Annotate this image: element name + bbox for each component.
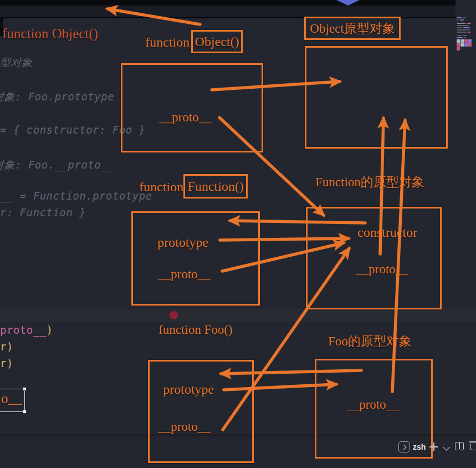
minimap-block [468,43,472,47]
minimap-row [457,25,475,26]
foo-function-prototype-field: prototype [163,382,214,397]
minimap-block [460,39,464,43]
selection-handle-top-right[interactable] [23,387,27,391]
minimap-code-segment [457,17,462,18]
minimap-code-segment [463,27,470,28]
minimap[interactable] [457,17,475,54]
box-object-prototype-title: Object原型对象 [304,17,401,40]
minimap-code-segment [457,37,463,38]
editor-comment-line: 型对象 [0,55,33,70]
minimap-block [468,39,472,43]
box-foo-function: prototype __proto__ [148,360,254,463]
code-token: proto__ [0,324,47,336]
minimap-row [457,37,475,38]
label-function-function-prefix: function [139,180,183,195]
box-object-constructor-label: Object() [191,30,243,53]
minimap-code-segment [457,25,469,26]
vscode-screen: 型对象对象: Foo.prototype= { constructor: Foo… [0,0,476,468]
minimap-code-segment [464,37,466,38]
editor-code-line: r) [0,340,13,353]
code-token: ) [47,324,53,336]
minimap-code-segment [463,35,467,36]
code-token: r [0,340,7,353]
minimap-code-segment [467,23,471,24]
label-function-object-prefix: function [145,35,190,50]
minimap-code-segment [468,32,470,33]
minimap-row [457,23,475,24]
minimap-code-segment [457,29,470,30]
label-foo-prototype-title: Foo的原型对象 [328,333,412,350]
label-function-foo: function Foo() [158,323,233,337]
editor-comment-line: 对象: Foo.__proto__ [0,158,114,172]
minimap-code-segment [457,19,459,21]
editor-code-line: r) [0,357,13,369]
minimap-block [457,43,460,47]
minimap-row [457,27,475,28]
minimap-code-segment [463,17,465,18]
editor-comment-line: __ = Function.prototype [0,190,152,202]
terminal-shell-tab[interactable]: zsh [413,442,426,451]
function-function-prototype-field: prototype [157,235,208,250]
foo-prototype-proto-field: __proto__ [346,398,399,412]
function-function-proto-field: __proto__ [158,267,211,282]
window-top-bar [0,0,455,6]
minimap-block [464,39,468,43]
minimap-block [460,43,464,47]
code-token: ) [7,357,13,369]
box-object-prototype [305,46,448,149]
object-function-proto-field: __proto__ [159,110,212,125]
label-function-object-left: function Object() [2,26,98,42]
code-token: r [0,357,7,369]
minimap-code-segment [457,32,467,33]
minimap-block [457,39,460,43]
minimap-block [464,43,468,47]
kill-terminal-trash-icon[interactable] [470,444,476,450]
minimap-row [457,19,475,21]
function-prototype-proto-field: __proto__ [356,262,408,277]
minimap-block [457,47,460,50]
foo-function-proto-field: __proto__ [158,420,211,434]
annotation-selection-box[interactable]: o__ [0,389,25,412]
new-terminal-plus-icon[interactable] [429,442,438,451]
minimap-row [457,32,475,33]
box-function-prototype: constructor __proto__ [306,207,442,309]
editor-code-line: proto__) [0,324,53,336]
current-line-highlight [0,309,476,322]
minimap-code-segment [460,19,464,21]
editor-comment-line: r: Function } [0,206,86,218]
editor-comment-line: 对象: Foo.prototype [0,90,114,104]
code-token: ) [7,340,13,353]
minimap-code-segment [457,35,462,36]
minimap-code-segment [457,27,462,28]
minimap-block-row [457,39,473,50]
minimap-row [457,17,475,18]
function-prototype-constructor-field: constructor [357,225,417,240]
minimap-code-segment [457,23,465,24]
terminal-prompt-icon[interactable] [398,441,410,452]
split-terminal-icon[interactable] [455,442,464,450]
terminal-dropdown-chevron-icon[interactable] [443,444,450,451]
label-function-prototype-title: Function的原型对象 [315,174,424,191]
selection-handle-bottom-right[interactable] [23,410,27,414]
box-object-function: __proto__ [121,63,263,152]
minimap-row [457,35,475,36]
box-function-function: prototype __proto__ [131,211,260,306]
annotation-red-dot [170,311,178,319]
chevron-right-icon [401,444,407,450]
selected-annotation-text: o__ [1,391,22,406]
box-function-constructor-label: Function() [183,174,248,199]
minimap-row [457,29,475,30]
